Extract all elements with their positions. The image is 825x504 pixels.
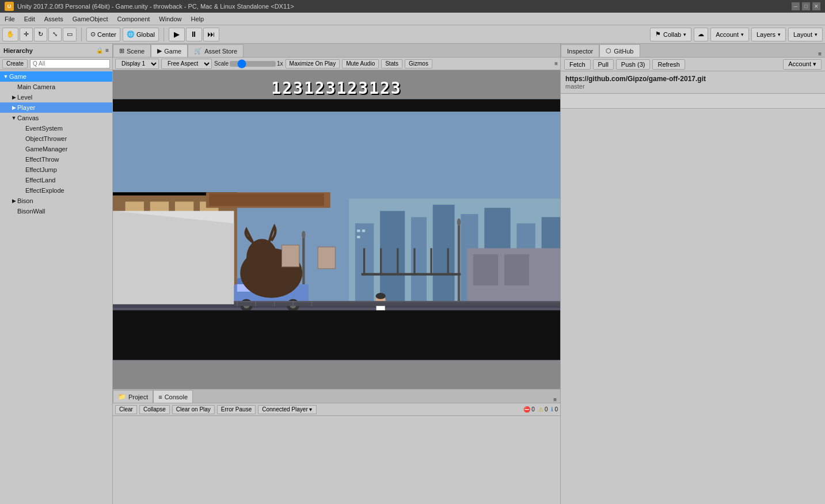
global-button[interactable]: 🌐 Global (123, 28, 159, 41)
rotate-tool-button[interactable]: ↻ (34, 28, 47, 41)
menu-window[interactable]: Window (154, 14, 186, 24)
layers-label: Layers (756, 31, 775, 38)
push-button[interactable]: Push (3) (616, 59, 651, 70)
console-toolbar: Clear Collapse Clear on Play Error Pause… (113, 403, 560, 416)
step-button[interactable]: ⏭ (203, 28, 219, 41)
collapse-button[interactable]: Collapse (139, 405, 170, 414)
bottom-panel-menu-icon[interactable]: ≡ (550, 396, 560, 403)
maximize-on-play-button[interactable]: Maximize On Play (286, 59, 340, 68)
gizmos-button[interactable]: Gizmos (405, 59, 432, 68)
maximize-button[interactable]: □ (802, 2, 810, 10)
score-display: 123123123123 (271, 79, 401, 98)
inspector-tab[interactable]: Inspector (561, 44, 599, 57)
scale-bar: Scale 1x (214, 60, 283, 67)
github-tab[interactable]: ⬡ GitHub (599, 44, 640, 57)
menu-help[interactable]: Help (186, 14, 208, 24)
collab-icon: ⚑ (655, 30, 661, 38)
error-pause-button[interactable]: Error Pause (217, 405, 256, 414)
game-tab[interactable]: ▶ Game (151, 44, 188, 57)
svg-rect-5 (433, 205, 455, 304)
tree-item-label: EffectJump (25, 166, 57, 173)
menu-assets[interactable]: Assets (40, 14, 68, 24)
hierarchy-item-objectthrower[interactable]: ObjectThrower (0, 133, 112, 144)
layout-button[interactable]: Layout (788, 28, 823, 41)
cloud-button[interactable]: ☁ (694, 28, 708, 41)
hand-tool-button[interactable]: ✋ (2, 28, 18, 41)
hierarchy-item-effectexplode[interactable]: EffectExplode (0, 185, 112, 196)
tree-item-label: BisonWall (17, 208, 45, 215)
right-panel-menu-icon[interactable]: ≡ (815, 51, 825, 57)
info-badge: ℹ 0 (551, 406, 558, 413)
menu-gameobject[interactable]: GameObject (68, 14, 113, 24)
menu-component[interactable]: Component (112, 14, 154, 24)
hierarchy-item-canvas[interactable]: ▼Canvas (0, 113, 112, 123)
hierarchy-item-player[interactable]: ▶Player (0, 102, 112, 113)
right-tabs-row: Inspector ⬡ GitHub ≡ (561, 44, 825, 58)
github-account-button[interactable]: Account ▾ (783, 59, 822, 70)
aspect-select[interactable]: Free Aspect (161, 59, 212, 69)
pause-button[interactable]: ⏸ (186, 28, 202, 41)
close-button[interactable]: ✕ (812, 2, 820, 10)
scale-tool-button[interactable]: ⤡ (48, 28, 62, 41)
account-button[interactable]: Account (710, 28, 749, 41)
layers-button[interactable]: Layers (751, 28, 786, 41)
mute-audio-button[interactable]: Mute Audio (342, 59, 379, 68)
refresh-button[interactable]: Refresh (652, 59, 685, 70)
hierarchy-item-level[interactable]: ▶Level (0, 92, 112, 102)
title-bar-left: U Unity 2017.2.0f3 Personal (64bit) - Ga… (5, 2, 294, 11)
project-tab[interactable]: 📁 Project (113, 390, 153, 403)
svg-rect-35 (504, 254, 529, 285)
clear-on-play-button[interactable]: Clear on Play (172, 405, 215, 414)
hierarchy-item-bisonwall[interactable]: BisonWall (0, 206, 112, 216)
scale-icon: ⤡ (52, 30, 58, 38)
tree-item-label: Level (17, 94, 32, 101)
console-content (113, 416, 560, 504)
game-viewport: 123123123123 (113, 70, 560, 389)
project-tab-icon: 📁 (118, 393, 126, 400)
hierarchy-item-main camera[interactable]: Main Camera (0, 82, 112, 92)
hierarchy-menu-icon[interactable]: ≡ (105, 47, 109, 54)
hierarchy-item-effectthrow[interactable]: EffectThrow (0, 154, 112, 165)
pull-button[interactable]: Pull (593, 59, 614, 70)
hierarchy-create-button[interactable]: Create (2, 59, 28, 68)
svg-rect-12 (357, 236, 360, 238)
hierarchy-item-eventsystem[interactable]: EventSystem (0, 123, 112, 133)
svg-point-30 (302, 231, 305, 238)
collab-button[interactable]: ⚑ Collab (650, 28, 691, 41)
hierarchy-item-effectjump[interactable]: EffectJump (0, 165, 112, 175)
asset-store-tab[interactable]: 🛒 Asset Store (188, 44, 244, 57)
svg-rect-69 (447, 248, 449, 275)
connected-player-button[interactable]: Connected Player ▾ (258, 405, 316, 414)
minimize-button[interactable]: ─ (792, 2, 800, 10)
hierarchy-item-bison[interactable]: ▶Bison (0, 196, 112, 206)
panel-menu-icon[interactable]: ≡ (554, 60, 558, 67)
menu-file[interactable]: File (0, 14, 20, 24)
hierarchy-item-effectland[interactable]: EffectLand (0, 175, 112, 185)
svg-rect-3 (380, 211, 405, 304)
clear-button[interactable]: Clear (115, 405, 137, 414)
separator-2 (164, 28, 164, 41)
hierarchy-item-game[interactable]: ▼Game (0, 71, 112, 82)
title-bar: U Unity 2017.2.0f3 Personal (64bit) - Ga… (0, 0, 825, 13)
console-tab[interactable]: ≡ Console (153, 390, 193, 403)
rect-icon: ▭ (67, 30, 73, 38)
svg-rect-68 (430, 248, 432, 275)
toolbar: ✋ ✛ ↻ ⤡ ▭ ⊙ Center 🌐 Global ▶ ⏸ ⏭ ⚑ Coll… (0, 25, 825, 44)
tree-item-label: Player (17, 104, 35, 111)
info-icon: ℹ (551, 406, 553, 413)
menu-edit[interactable]: Edit (20, 14, 40, 24)
play-button[interactable]: ▶ (169, 28, 185, 41)
hierarchy-item-gamemanager[interactable]: GameManager (0, 144, 112, 154)
rect-tool-button[interactable]: ▭ (63, 28, 77, 41)
scene-tab[interactable]: ⊞ Scene (113, 44, 151, 57)
stats-button[interactable]: Stats (381, 59, 402, 68)
scale-slider[interactable] (230, 61, 276, 67)
hierarchy-search-input[interactable] (30, 59, 110, 68)
locks-list (561, 109, 825, 504)
tool-group-main: ✋ ✛ ↻ ⤡ ▭ (2, 28, 77, 41)
fetch-button[interactable]: Fetch (564, 59, 591, 70)
center-button[interactable]: ⊙ Center (86, 28, 120, 41)
display-select[interactable]: Display 1 (115, 59, 159, 69)
move-tool-button[interactable]: ✛ (20, 28, 33, 41)
hierarchy-header: Hierarchy 🔒 ≡ (0, 44, 112, 58)
